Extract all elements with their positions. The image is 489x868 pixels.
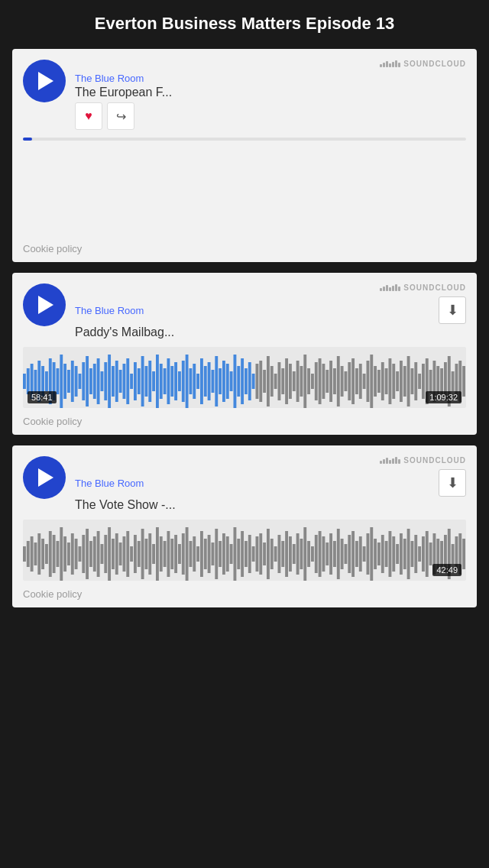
play-button-3[interactable]	[23, 456, 66, 499]
svg-rect-144	[112, 539, 115, 569]
svg-rect-1	[27, 368, 30, 394]
svg-rect-209	[351, 531, 355, 577]
svg-rect-213	[367, 533, 370, 575]
play-button-2[interactable]	[23, 283, 66, 326]
svg-rect-164	[186, 527, 189, 581]
svg-rect-207	[345, 544, 348, 564]
svg-rect-48	[200, 358, 203, 404]
svg-rect-119	[462, 366, 465, 397]
svg-rect-136	[82, 535, 85, 573]
svg-rect-170	[208, 535, 211, 573]
svg-rect-86	[341, 366, 344, 397]
svg-rect-60	[244, 368, 248, 394]
play-icon-3	[38, 468, 53, 487]
svg-rect-37	[160, 364, 163, 399]
svg-rect-189	[278, 535, 281, 573]
svg-rect-140	[97, 531, 100, 577]
progress-bar-1[interactable]	[23, 138, 466, 141]
waveform-3[interactable]: 42:49	[23, 520, 466, 581]
svg-rect-197	[307, 541, 310, 567]
cookie-policy-3[interactable]: Cookie policy	[23, 581, 466, 607]
svg-rect-138	[89, 541, 92, 567]
svg-rect-198	[311, 546, 314, 562]
track-source-link-2[interactable]: The Blue Room	[75, 305, 144, 316]
svg-rect-158	[164, 541, 167, 567]
svg-rect-195	[300, 539, 303, 569]
svg-rect-148	[126, 531, 129, 577]
svg-rect-64	[259, 361, 262, 402]
soundcloud-label-1: SOUNDCLOUD	[403, 60, 466, 68]
like-button-1[interactable]: ♥	[75, 102, 102, 130]
svg-rect-179	[241, 531, 244, 577]
svg-rect-67	[270, 366, 274, 397]
cookie-policy-1[interactable]: Cookie policy	[23, 235, 466, 262]
svg-rect-222	[400, 533, 403, 575]
svg-rect-24	[112, 366, 115, 397]
svg-rect-147	[123, 536, 126, 572]
svg-rect-41	[174, 362, 177, 400]
svg-rect-75	[300, 366, 303, 397]
track-source-link-1[interactable]: The Blue Room	[75, 73, 144, 84]
svg-rect-223	[403, 539, 406, 569]
svg-rect-124	[37, 533, 40, 575]
svg-rect-39	[167, 358, 170, 404]
svg-rect-131	[63, 536, 66, 572]
svg-rect-76	[303, 355, 306, 408]
svg-rect-53	[219, 368, 222, 394]
svg-rect-127	[49, 531, 52, 577]
svg-rect-71	[285, 358, 288, 404]
soundcloud-card-1: SOUNDCLOUD The Blue Room The European F.…	[12, 49, 477, 262]
download-button-2[interactable]: ⬇	[439, 296, 466, 324]
svg-rect-83	[329, 361, 332, 402]
track-title-3: The Vote Show -...	[75, 498, 466, 512]
track-title-2: Paddy's Mailbag...	[75, 326, 466, 339]
cookie-policy-2[interactable]: Cookie policy	[23, 408, 466, 435]
svg-rect-21	[101, 371, 104, 391]
track-title-1: The European F...	[75, 86, 466, 99]
svg-rect-175	[226, 536, 229, 572]
svg-rect-87	[345, 371, 348, 391]
play-icon-1	[38, 72, 53, 90]
svg-rect-49	[204, 366, 207, 397]
svg-rect-151	[138, 541, 141, 567]
svg-rect-218	[385, 541, 388, 567]
share-button-1[interactable]: ↪	[107, 102, 134, 130]
cards-container: SOUNDCLOUD The Blue Room The European F.…	[0, 49, 489, 618]
svg-rect-159	[167, 531, 170, 577]
svg-rect-239	[462, 539, 465, 569]
svg-rect-96	[377, 370, 381, 393]
svg-rect-99	[389, 358, 392, 404]
svg-rect-165	[189, 541, 193, 567]
svg-rect-63	[256, 364, 259, 399]
svg-rect-6	[45, 371, 48, 391]
svg-rect-215	[374, 539, 377, 569]
waveform-2[interactable]: 58:41 1:09:32	[23, 347, 466, 408]
svg-rect-58	[237, 366, 240, 397]
track-source-link-3[interactable]: The Blue Room	[75, 478, 144, 489]
svg-rect-183	[256, 536, 259, 572]
svg-rect-192	[289, 536, 292, 572]
svg-rect-92	[363, 374, 366, 389]
svg-rect-228	[422, 536, 425, 572]
svg-rect-122	[31, 536, 34, 572]
svg-rect-42	[178, 371, 181, 391]
page-title: Everton Business Matters Episode 13	[0, 0, 489, 49]
svg-rect-84	[333, 368, 336, 394]
svg-rect-174	[222, 533, 225, 575]
svg-rect-82	[325, 370, 329, 393]
svg-rect-72	[289, 364, 292, 399]
svg-rect-33	[145, 366, 148, 397]
svg-rect-26	[119, 370, 122, 393]
svg-rect-226	[414, 535, 417, 573]
download-button-3[interactable]: ⬇	[439, 469, 466, 497]
svg-rect-120	[23, 546, 26, 562]
time-played-2: 58:41	[28, 391, 57, 403]
svg-rect-14	[75, 366, 78, 397]
svg-rect-97	[381, 362, 384, 400]
svg-rect-20	[97, 358, 100, 404]
svg-rect-85	[337, 356, 340, 406]
play-button-1[interactable]	[23, 60, 66, 102]
progress-fill-1	[23, 138, 32, 141]
svg-rect-23	[108, 355, 111, 408]
svg-rect-168	[200, 531, 203, 577]
